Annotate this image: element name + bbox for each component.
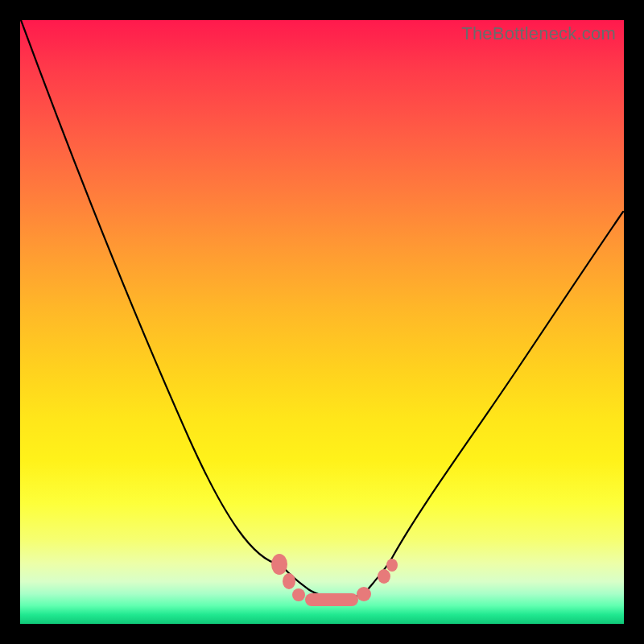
chart-svg <box>20 20 624 624</box>
chart-frame: TheBottleneck.com <box>0 0 644 644</box>
marker-dot <box>357 587 371 601</box>
marker-dot <box>378 569 390 584</box>
bottleneck-curve <box>21 20 623 597</box>
marker-dot <box>271 554 287 575</box>
marker-dot <box>292 588 305 601</box>
marker-dot <box>283 573 295 589</box>
marker-pill <box>305 593 358 606</box>
marker-dot <box>386 559 398 572</box>
chart-plot-area: TheBottleneck.com <box>20 20 624 624</box>
highlight-markers <box>271 554 398 606</box>
